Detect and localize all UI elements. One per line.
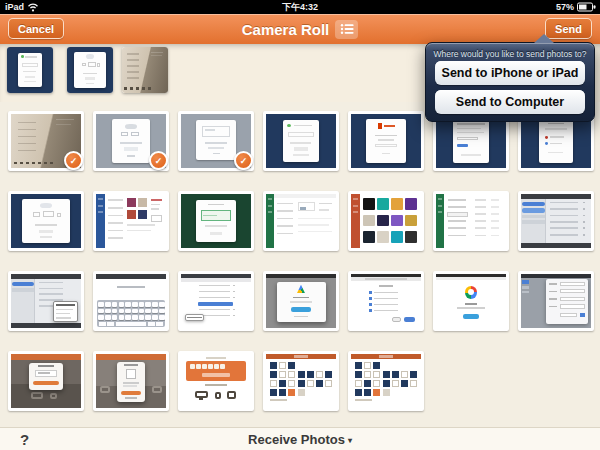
photo-thumbnail[interactable] (8, 351, 84, 411)
photo-thumbnail[interactable] (178, 351, 254, 411)
photo-thumbnail[interactable] (348, 351, 424, 411)
list-view-button[interactable] (335, 20, 358, 39)
photo-thumbnail[interactable] (348, 191, 424, 251)
send-to-computer-button[interactable]: Send to Computer (435, 90, 585, 114)
photo-thumbnail[interactable] (433, 271, 509, 331)
selected-check-icon: ✓ (149, 151, 168, 170)
photo-thumbnail[interactable] (348, 111, 424, 171)
receive-photos-button[interactable]: Receive Photos ▾ (0, 428, 600, 450)
app-window: iPad 下午4:32 57% Cancel Camera Roll (0, 0, 600, 450)
photo-thumbnail[interactable] (8, 271, 84, 331)
list-icon (340, 23, 354, 35)
photo-thumbnail[interactable] (93, 271, 169, 331)
battery-percent: 57% (556, 2, 574, 12)
navigation-bar: Cancel Camera Roll Send (0, 14, 600, 45)
photo-grid: ✓✓✓ (0, 102, 600, 427)
selected-check-icon: ✓ (234, 151, 253, 170)
photo-thumbnail[interactable] (93, 351, 169, 411)
page-title: Camera Roll (242, 21, 330, 38)
photo-thumbnail[interactable] (178, 271, 254, 331)
clock: 下午4:32 (0, 0, 600, 14)
selected-check-icon: ✓ (64, 151, 83, 170)
photo-thumbnail[interactable]: ✓ (178, 111, 254, 171)
photo-thumbnail[interactable] (518, 191, 594, 251)
photo-thumbnail[interactable]: ✓ (93, 111, 169, 171)
bottom-bar: ? Receive Photos ▾ (0, 427, 600, 450)
photo-thumbnail[interactable] (178, 191, 254, 251)
photo-thumbnail[interactable] (263, 111, 339, 171)
photo-thumbnail[interactable] (93, 191, 169, 251)
battery-icon (577, 2, 596, 12)
selected-photo-thumbnail[interactable] (122, 47, 168, 93)
photo-thumbnail[interactable] (518, 271, 594, 331)
send-destination-popover: Where would you like to send photos to? … (425, 42, 595, 122)
photo-thumbnail[interactable] (348, 271, 424, 331)
send-to-iphone-ipad-button[interactable]: Send to iPhone or iPad (435, 61, 585, 85)
chevron-down-icon: ▾ (348, 436, 352, 445)
photo-thumbnail[interactable] (8, 191, 84, 251)
photo-thumbnail[interactable] (263, 351, 339, 411)
photo-thumbnail[interactable] (263, 271, 339, 331)
receive-photos-label: Receive Photos (248, 432, 345, 447)
selected-photo-thumbnail[interactable] (7, 47, 53, 93)
photo-thumbnail[interactable] (433, 191, 509, 251)
popover-prompt: Where would you like to send photos to? (426, 46, 594, 61)
photo-thumbnail[interactable] (263, 191, 339, 251)
selected-photo-thumbnail[interactable] (67, 47, 113, 93)
status-bar: iPad 下午4:32 57% (0, 0, 600, 14)
popover-arrow-icon (534, 34, 554, 43)
photo-thumbnail[interactable]: ✓ (8, 111, 84, 171)
